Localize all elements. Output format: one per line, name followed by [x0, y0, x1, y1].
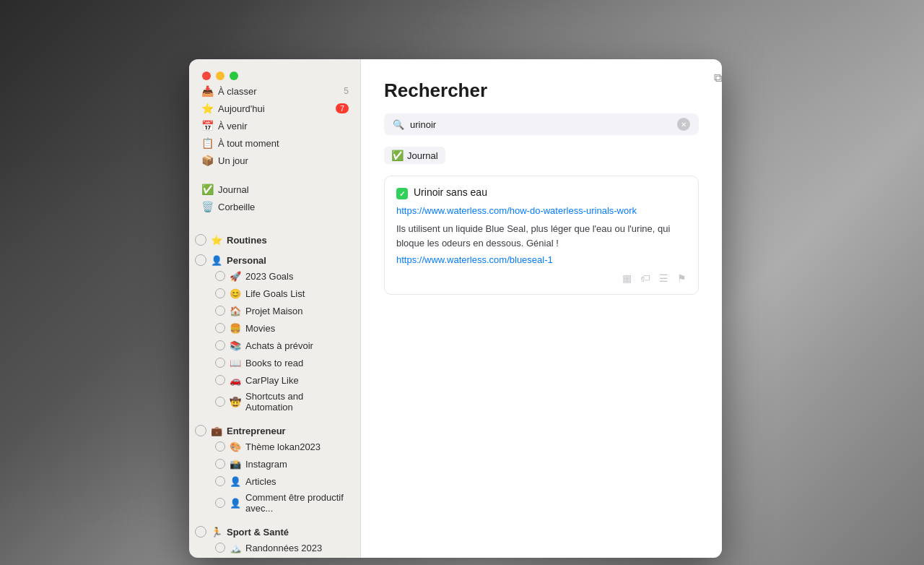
articles-label: Articles: [245, 476, 276, 487]
aujourd-hui-badge: 7: [336, 103, 349, 113]
comment-emoji: 👤: [230, 498, 241, 509]
search-icon: 🔍: [393, 119, 404, 130]
fullscreen-button[interactable]: [230, 72, 238, 80]
entrepreneur-circle-icon: [195, 425, 206, 436]
traffic-lights: [202, 72, 238, 80]
sidebar-item-carplay[interactable]: 🚗 CarPlay Like: [195, 371, 354, 389]
sidebar-item-instagram[interactable]: 📸 Instagram: [195, 455, 354, 473]
sidebar-group-entrepreneur[interactable]: 💼 Entrepreneur: [189, 418, 360, 438]
carplay-emoji: 🚗: [230, 375, 241, 386]
sidebar-item-life-goals[interactable]: 😊 Life Goals List: [195, 285, 354, 302]
sidebar-item-un-jour[interactable]: 📦 Un jour: [195, 152, 354, 169]
sidebar-item-projet-maison[interactable]: 🏠 Projet Maison: [195, 302, 354, 319]
sport-items: 🏔️ Randonnées 2023 ⛺ Bivouac dans la nei…: [189, 539, 360, 558]
search-bar: 🔍 ✕: [384, 113, 699, 135]
shortcuts-circle: [215, 397, 225, 407]
comment-label: Comment être productif avec...: [245, 492, 349, 514]
personal-label: Personal: [227, 255, 266, 266]
corbeille-label: Corbeille: [218, 202, 349, 212]
search-input[interactable]: [410, 119, 671, 130]
filter-tag-journal[interactable]: ✅ Journal: [384, 147, 445, 164]
minimize-button[interactable]: [216, 72, 225, 80]
sport-emoji: 🏃: [211, 527, 222, 538]
sidebar-smart-section: 📥 À classer 5 ⭐ Aujourd'hui 7 📅 À venir …: [189, 82, 360, 169]
results-area: Urinoir sans eau https://www.waterless.c…: [361, 176, 722, 558]
clear-search-button[interactable]: ✕: [677, 118, 690, 131]
sidebar-item-journal[interactable]: ✅ Journal: [195, 181, 354, 198]
sidebar-item-theme-lokan[interactable]: 🎨 Thème lokan2023: [195, 438, 354, 455]
entrepreneur-items: 🎨 Thème lokan2023 📸 Instagram 👤 Articles…: [189, 438, 360, 516]
un-jour-icon: 📦: [201, 155, 214, 166]
a-venir-icon: 📅: [201, 120, 214, 131]
randonnees-emoji: 🏔️: [230, 543, 241, 553]
articles-circle: [215, 476, 225, 486]
goals-label: 2023 Goals: [245, 271, 294, 282]
sport-circle-icon: [195, 526, 206, 538]
result-action-tag[interactable]: 🏷: [640, 272, 650, 284]
sidebar-item-a-classer[interactable]: 📥 À classer 5: [195, 82, 354, 100]
a-tout-moment-label: À tout moment: [218, 138, 349, 149]
sidebar-group-personal[interactable]: 👤 Personal: [189, 247, 360, 267]
sidebar-item-bivouac[interactable]: ⛺ Bivouac dans la neige: [195, 556, 354, 558]
goals-emoji: 🚀: [230, 271, 241, 282]
routines-label: Routines: [227, 235, 267, 246]
close-button[interactable]: [202, 72, 211, 80]
projet-maison-label: Projet Maison: [245, 306, 302, 316]
sidebar-item-movies[interactable]: 🍔 Movies: [195, 319, 354, 337]
aujourd-hui-label: Aujourd'hui: [218, 103, 331, 114]
goals-circle: [215, 271, 225, 281]
books-label: Books to read: [245, 358, 303, 368]
sidebar-item-goals-2023[interactable]: 🚀 2023 Goals: [195, 267, 354, 285]
instagram-circle: [215, 459, 225, 469]
routines-emoji: ⭐: [211, 235, 222, 246]
shortcuts-label: Shortcuts and Automation: [245, 391, 349, 413]
sidebar-item-books[interactable]: 📖 Books to read: [195, 354, 354, 371]
movies-label: Movies: [245, 323, 275, 334]
shortcuts-emoji: 🤠: [230, 397, 241, 407]
page-title: Rechercher: [384, 79, 699, 102]
result-checkbox[interactable]: [396, 188, 408, 199]
sidebar-group-sport[interactable]: 🏃 Sport & Santé: [189, 519, 360, 539]
a-venir-label: À venir: [218, 121, 349, 131]
instagram-emoji: 📸: [230, 459, 241, 470]
filter-journal-label: Journal: [407, 150, 438, 161]
result-card-header: Urinoir sans eau: [396, 186, 687, 199]
books-circle: [215, 358, 225, 368]
result-action-list[interactable]: ☰: [659, 272, 668, 284]
result-link-1[interactable]: https://www.waterless.com/how-do-waterle…: [396, 205, 687, 216]
filter-journal-icon: ✅: [391, 150, 404, 161]
result-link-2[interactable]: https://www.waterless.com/blueseal-1: [396, 254, 687, 265]
result-action-flag[interactable]: ⚑: [677, 272, 687, 284]
a-tout-moment-icon: 📋: [201, 137, 214, 149]
carplay-label: CarPlay Like: [245, 375, 299, 386]
achats-label: Achats à prévoir: [245, 340, 313, 351]
life-goals-circle: [215, 288, 225, 298]
journal-icon: ✅: [201, 184, 214, 195]
personal-items: 🚀 2023 Goals 😊 Life Goals List 🏠 Projet …: [189, 267, 360, 415]
sidebar-item-articles[interactable]: 👤 Articles: [195, 473, 354, 490]
sidebar-item-shortcuts[interactable]: 🤠 Shortcuts and Automation: [195, 389, 354, 415]
instagram-label: Instagram: [245, 459, 287, 470]
split-view-icon[interactable]: ⧉: [714, 72, 722, 84]
sidebar-item-comment-etre[interactable]: 👤 Comment être productif avec...: [195, 490, 354, 516]
search-filter: ✅ Journal: [361, 147, 722, 164]
theme-emoji: 🎨: [230, 441, 241, 452]
randonnees-circle: [215, 543, 225, 553]
result-title: Urinoir sans eau: [414, 186, 687, 198]
articles-emoji: 👤: [230, 476, 241, 487]
result-actions: ▦ 🏷 ☰ ⚑: [396, 272, 687, 284]
sidebar-item-achats[interactable]: 📚 Achats à prévoir: [195, 337, 354, 354]
entrepreneur-label: Entrepreneur: [227, 426, 286, 436]
sidebar-projects-section: ✅ Journal 🗑️ Corbeille: [189, 181, 360, 215]
projet-maison-emoji: 🏠: [230, 306, 241, 316]
sidebar-item-a-venir[interactable]: 📅 À venir: [195, 117, 354, 134]
comment-circle: [215, 498, 225, 508]
sidebar-item-a-tout-moment[interactable]: 📋 À tout moment: [195, 134, 354, 152]
result-card: Urinoir sans eau https://www.waterless.c…: [384, 176, 699, 295]
sidebar-group-routines[interactable]: ⭐ Routines: [189, 227, 360, 247]
sidebar-item-corbeille[interactable]: 🗑️ Corbeille: [195, 198, 354, 215]
sidebar-item-aujourd-hui[interactable]: ⭐ Aujourd'hui 7: [195, 100, 354, 117]
app-window: 📥 À classer 5 ⭐ Aujourd'hui 7 📅 À venir …: [189, 59, 722, 558]
result-action-table[interactable]: ▦: [622, 272, 632, 284]
sidebar-item-randonnees[interactable]: 🏔️ Randonnées 2023: [195, 539, 354, 556]
